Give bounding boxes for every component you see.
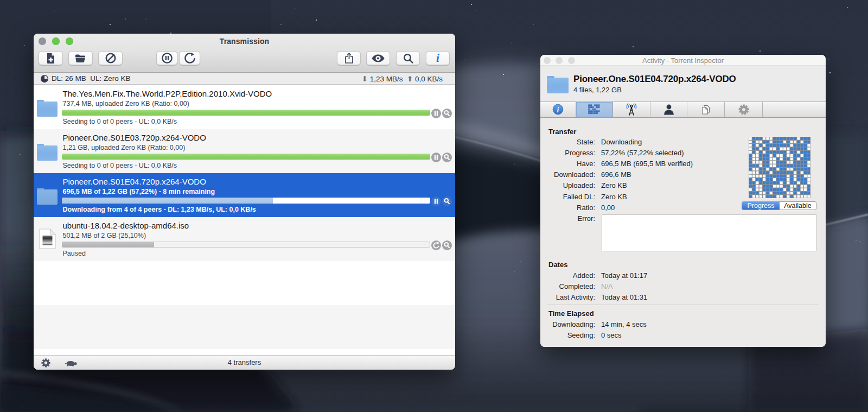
svg-text:i: i [557, 106, 559, 114]
